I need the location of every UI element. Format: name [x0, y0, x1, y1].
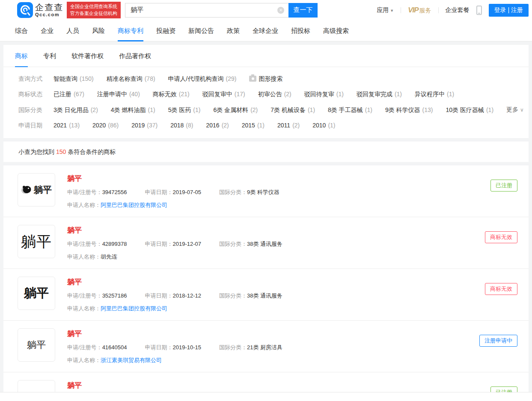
trademark-name-link[interactable]: 躺平	[67, 380, 300, 390]
nav-tab-zhengce[interactable]: 政策	[227, 20, 240, 41]
trademark-image[interactable]: 躺平	[18, 328, 55, 362]
apply-date-field: 申请日期：2019-10-15	[145, 344, 201, 351]
filter-option[interactable]: 2021(13)	[53, 118, 80, 133]
nav-tab-gaojisousuo[interactable]: 高级搜索	[323, 20, 349, 41]
filter-option[interactable]: 9类 科学仪器(13)	[385, 102, 433, 118]
status-badge: 商标无效	[485, 283, 517, 295]
trademark-name-link[interactable]: 躺平	[67, 174, 297, 183]
trademark-row: 躺平 躺平 申请/注册号：39472556 申请日期：2019-07-05 国际…	[3, 165, 529, 217]
filter-option[interactable]: 智能查询(150)	[53, 71, 94, 86]
nav-tab-zonghe[interactable]: 综合	[15, 20, 28, 41]
qcc-logo-icon	[17, 2, 33, 18]
trademark-name-link[interactable]: 躺平	[67, 277, 300, 287]
clear-search-icon[interactable]: ×	[277, 7, 284, 14]
nav-tab-renyuan[interactable]: 人员	[66, 20, 79, 41]
more-button[interactable]: 更多∨	[506, 102, 532, 118]
subtab-software-copyright[interactable]: 软件著作权	[71, 45, 104, 67]
subtab-patent[interactable]: 专利	[43, 45, 56, 67]
filter-option[interactable]: 4类 燃料油脂(1)	[111, 102, 155, 118]
search-button[interactable]: 查一下	[288, 3, 318, 18]
divider	[401, 7, 401, 13]
nav-tab-tourongzi[interactable]: 投融资	[156, 20, 175, 41]
apply-date-field: 申请日期：2019-12-07	[145, 240, 201, 248]
reg-no-field: 申请/注册号：35257186	[67, 292, 127, 300]
filter-option[interactable]: 2010(1)	[312, 118, 335, 133]
filter-row-query-mode: 查询方式 智能查询(150) 精准名称查询(78) 申请人/代理机构查询(29)…	[18, 71, 520, 86]
filter-label: 查询方式	[18, 71, 53, 86]
filter-option[interactable]: 异议程序中(1)	[415, 86, 454, 102]
apps-menu[interactable]: 应用▼	[377, 6, 394, 14]
filter-option[interactable]: 商标无效(21)	[153, 86, 190, 102]
filter-row-intl-class: 国际分类 3类 日化用品(2) 4类 燃料油脂(1) 5类 医药(1) 6类 金…	[18, 102, 520, 118]
filter-option[interactable]: 精准名称查询(78)	[107, 71, 155, 86]
result-count: 150	[56, 148, 66, 155]
brand-domain: Qcc.com	[35, 12, 63, 17]
filter-option[interactable]: 驳回待复审(1)	[304, 86, 344, 102]
subtab-trademark[interactable]: 商标	[15, 45, 28, 67]
trademark-image[interactable]: 躺平	[18, 173, 55, 206]
trademark-image[interactable]: 躺平	[18, 277, 55, 310]
applicant-field: 申请人名称：浙江素美琪贸易有限公司	[67, 357, 162, 364]
nav-tab-qiye[interactable]: 企业	[41, 20, 53, 41]
nav-tab-shangbiaozhuanli[interactable]: 商标专利	[118, 20, 143, 41]
filter-option[interactable]: 驳回复审中(17)	[202, 86, 245, 102]
mobile-app-icon[interactable]	[476, 6, 482, 15]
filter-option[interactable]: 10类 医疗器械(1)	[446, 102, 493, 118]
filter-option[interactable]: 2015(1)	[242, 118, 265, 133]
filter-option[interactable]: 注册申请中(40)	[97, 86, 140, 102]
reg-no-field: 申请/注册号：41640504	[67, 344, 127, 351]
applicant-link[interactable]: 阿里巴巴集团控股有限公司	[101, 305, 167, 312]
intl-class-field: 国际分类：38类 通讯服务	[219, 292, 282, 300]
filter-option[interactable]: 7类 机械设备(1)	[270, 102, 315, 118]
filter-row-trademark-status: 商标状态 已注册(67) 注册申请中(40) 商标无效(21) 驳回复审中(17…	[18, 86, 520, 102]
applicant-link[interactable]: 阿里巴巴集团控股有限公司	[101, 202, 167, 208]
filter-panel: 商标 专利 软件著作权 作品著作权 查询方式 智能查询(150) 精准名称查询(…	[3, 45, 529, 138]
intl-class-field: 国际分类：38类 通讯服务	[219, 240, 282, 248]
sheep-icon	[21, 185, 33, 195]
filter-option[interactable]: 2019(37)	[131, 118, 158, 133]
filter-option[interactable]: 8类 手工器械(1)	[328, 102, 372, 118]
filter-option[interactable]: 初审公告(2)	[258, 86, 291, 102]
status-badge: 商标无效	[485, 231, 517, 243]
camera-icon	[249, 76, 256, 82]
apply-date-field: 申请日期：2019-07-05	[145, 189, 201, 196]
filter-row-apply-date: 申请日期 2021(13) 2020(86) 2019(37) 2018(8) …	[18, 118, 520, 133]
intl-class-field: 国际分类：21类 厨房洁具	[219, 344, 282, 351]
enterprise-package-link[interactable]: 企业套餐	[446, 6, 470, 14]
filter-option[interactable]: 驳回复审完成(1)	[357, 86, 402, 102]
applicant-text: 胡先连	[101, 254, 117, 260]
trademark-name-link[interactable]: 躺平	[67, 329, 300, 339]
reg-no-field: 申请/注册号：39472556	[67, 189, 127, 196]
search-bar: × 查一下	[125, 3, 318, 18]
trademark-name-link[interactable]: 躺平	[67, 225, 300, 235]
applicant-field: 申请人名称：胡先连	[67, 253, 117, 261]
filter-option[interactable]: 2016(2)	[206, 118, 229, 133]
filter-option[interactable]: 5类 医药(1)	[168, 102, 201, 118]
status-badge: 已注册	[490, 180, 517, 192]
subtab-work-copyright[interactable]: 作品著作权	[119, 45, 151, 67]
filter-option-image-search[interactable]: 图形搜索	[249, 71, 282, 86]
chevron-down-icon: ∨	[520, 107, 524, 113]
login-register-button[interactable]: 登录 | 注册	[489, 4, 529, 17]
vip-service-link[interactable]: VIP服务	[408, 6, 431, 15]
applicant-link[interactable]: 浙江素美琪贸易有限公司	[101, 357, 162, 363]
divider	[438, 7, 439, 13]
intl-class-field: 国际分类：9类 科学仪器	[219, 189, 279, 196]
trademark-row: 躺平 躺平 申请/注册号：42899378 申请日期：2019-12-07 国际…	[3, 217, 529, 268]
nav-tab-quanqiuqiye[interactable]: 全球企业	[253, 20, 278, 41]
filter-option[interactable]: 2020(86)	[92, 118, 119, 133]
filter-option[interactable]: 6类 金属材料(2)	[213, 102, 258, 118]
filter-label: 商标状态	[18, 86, 53, 102]
qcc-logo[interactable]: 企查查 Qcc.com	[17, 2, 63, 18]
filter-option[interactable]: 2018(8)	[170, 118, 193, 133]
search-input[interactable]	[125, 3, 288, 18]
nav-tab-fengxian[interactable]: 风险	[92, 20, 105, 41]
filter-option[interactable]: 2011(2)	[277, 118, 300, 133]
gov-certification-badge: 全国企业信用查询系统 官方备案企业征信机构	[67, 2, 121, 19]
filter-option[interactable]: 申请人/代理机构查询(29)	[168, 71, 237, 86]
filter-option[interactable]: 已注册(67)	[53, 86, 84, 102]
filter-option[interactable]: 3类 日化用品(2)	[53, 102, 98, 118]
nav-tab-zhaotoubiao[interactable]: 招投标	[291, 20, 310, 41]
nav-tab-xinwengonggao[interactable]: 新闻公告	[188, 20, 214, 41]
trademark-image[interactable]: 躺平	[18, 225, 55, 258]
